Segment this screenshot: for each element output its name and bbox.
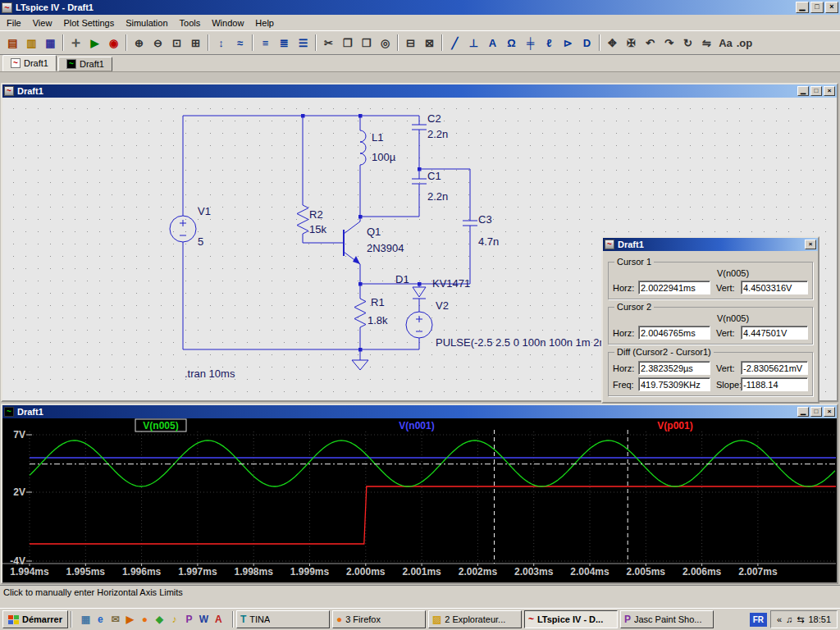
component-q1[interactable] — [344, 221, 360, 264]
cursor2-vert-input[interactable] — [741, 326, 808, 340]
q1-value[interactable]: 2N3904 — [367, 242, 404, 254]
net-label-button[interactable]: A — [483, 33, 502, 52]
menu-help[interactable]: Help — [249, 16, 280, 30]
waveform-window-titlebar[interactable]: ~ Draft1 ▁□× — [2, 405, 837, 418]
maximize-button[interactable]: □ — [810, 86, 822, 96]
y-axis-label[interactable]: 7V — [13, 429, 25, 441]
x-axis-label[interactable]: 1.998ms — [235, 566, 274, 578]
messenger-icon[interactable]: ◆ — [153, 612, 167, 627]
waveform-plot[interactable]: 1.994ms1.995ms1.996ms1.997ms1.998ms1.999… — [2, 418, 837, 582]
capacitor-button[interactable]: ╪ — [521, 33, 540, 52]
task-firefox-group-button[interactable]: ●3 Firefox — [332, 610, 426, 628]
legend-vn005[interactable]: V(n005) — [143, 420, 178, 431]
zoom-full-extents-button[interactable]: ⊞ — [186, 33, 205, 52]
menu-view[interactable]: View — [27, 16, 58, 30]
legend-vp001[interactable]: V(p001) — [657, 420, 692, 431]
open-file-button[interactable]: ▥ — [22, 33, 41, 52]
c2-value[interactable]: 2.2n — [427, 128, 448, 140]
word-icon[interactable]: W — [197, 612, 211, 627]
copy-button[interactable]: ❐ — [338, 33, 357, 52]
cursor-readout-window[interactable]: ~ Draft1 × Cursor 1 V(n005) Horz: Vert: … — [601, 236, 819, 404]
component-c3[interactable] — [463, 221, 477, 226]
plot-settings-button[interactable]: ≈ — [231, 33, 249, 52]
v2-value[interactable]: PULSE(-2.5 2.5 0 100n 100n 1m 2m 10 — [436, 336, 623, 349]
maximize-button[interactable]: □ — [810, 407, 822, 417]
trace-vp001[interactable] — [30, 486, 836, 544]
new-schematic-button[interactable]: ▤ — [3, 33, 22, 52]
l1-value[interactable]: 100µ — [372, 151, 396, 163]
resistor-button[interactable]: Ω — [502, 33, 521, 52]
d1-value[interactable]: KV1471 — [432, 277, 470, 290]
c3-name[interactable]: C3 — [478, 213, 492, 226]
v2-name[interactable]: V2 — [436, 299, 449, 312]
inductor-button[interactable]: ℓ — [540, 33, 559, 52]
x-axis-label[interactable]: 2.006ms — [682, 566, 722, 578]
component-r2[interactable] — [297, 203, 308, 237]
halt-simulation-button[interactable]: ◉ — [104, 33, 123, 52]
print-button[interactable]: ⊟ — [401, 33, 420, 52]
close-button[interactable]: × — [824, 86, 835, 96]
task-ltspice-button[interactable]: ~LTspice IV - D... — [524, 610, 618, 628]
x-axis-label[interactable]: 1.995ms — [66, 566, 106, 578]
y-axis-label[interactable]: -4V — [10, 555, 25, 567]
tab-waveform-draft1[interactable]: ~Draft1 — [58, 57, 112, 71]
component-c2[interactable] — [412, 125, 427, 130]
c3-value[interactable]: 4.7n — [478, 235, 499, 248]
taskbar-clock[interactable]: 18:51 — [808, 614, 831, 624]
x-axis-label[interactable]: 2.001ms — [402, 566, 441, 578]
x-axis-label[interactable]: 1.999ms — [290, 566, 330, 578]
close-button[interactable]: × — [805, 240, 816, 249]
network-icon[interactable]: ⇆ — [797, 614, 804, 625]
close-button[interactable]: × — [824, 407, 835, 417]
acrobat-icon[interactable]: A — [212, 612, 226, 627]
diff-slope-input[interactable] — [741, 377, 808, 391]
component-v1[interactable] — [170, 216, 196, 242]
x-axis-label[interactable]: 1.997ms — [178, 566, 217, 578]
ground-symbol[interactable] — [352, 349, 368, 370]
redo-button[interactable]: ↷ — [660, 33, 678, 52]
task-paint-shop-button[interactable]: PJasc Paint Sho... — [620, 610, 714, 628]
v1-name[interactable]: V1 — [198, 205, 211, 217]
close-button[interactable]: × — [825, 2, 838, 13]
mail-icon[interactable]: ✉ — [108, 612, 122, 627]
cut-button[interactable]: ✂ — [319, 33, 338, 52]
zoom-in-button[interactable]: ⊕ — [130, 33, 148, 52]
maximize-button[interactable]: □ — [810, 2, 824, 13]
cursor2-horz-input[interactable] — [638, 326, 710, 340]
l1-name[interactable]: L1 — [372, 131, 383, 144]
paint-shop-icon[interactable]: P — [182, 612, 196, 627]
move-button[interactable]: ✥ — [603, 33, 622, 52]
x-axis-label[interactable]: 2.005ms — [627, 566, 666, 578]
drag-button[interactable]: ✠ — [622, 33, 641, 52]
ground-button[interactable]: ⊥ — [464, 33, 483, 52]
r1-value[interactable]: 1.8k — [368, 314, 388, 326]
wire-button[interactable]: ╱ — [445, 33, 464, 52]
zoom-to-rect-button[interactable]: ⊡ — [167, 33, 186, 52]
autorange-y-axis-button[interactable]: ↕ — [212, 33, 231, 52]
diff-vert-input[interactable] — [741, 361, 808, 375]
mirror-button[interactable]: ⇋ — [697, 33, 716, 52]
r1-name[interactable]: R1 — [371, 296, 385, 308]
y-axis-label[interactable]: 2V — [13, 486, 25, 498]
menu-file[interactable]: File — [1, 16, 27, 30]
start-button[interactable]: Démarrer — [2, 610, 68, 628]
menu-tools[interactable]: Tools — [174, 16, 207, 30]
minimize-button[interactable]: ▁ — [796, 2, 809, 13]
x-axis-label[interactable]: 2.000ms — [346, 566, 386, 578]
winamp-icon[interactable]: ♪ — [167, 612, 181, 627]
component-button[interactable]: D — [578, 33, 596, 52]
waveform-window[interactable]: ~ Draft1 ▁□× 1.994ms1.995ms1.996ms1.997m… — [1, 404, 838, 584]
undo-button[interactable]: ↶ — [641, 33, 660, 52]
run-simulation-button[interactable]: ▶ — [85, 33, 104, 52]
component-l1[interactable] — [360, 130, 366, 165]
q1-name[interactable]: Q1 — [367, 226, 381, 238]
x-axis-label[interactable]: 2.004ms — [570, 566, 609, 578]
d1-name[interactable]: D1 — [395, 273, 409, 285]
expanded-netlist-button[interactable]: ☰ — [294, 33, 313, 52]
schematic-window-titlebar[interactable]: ~ Draft1 ▁□× — [2, 84, 837, 98]
component-c1[interactable] — [412, 179, 427, 184]
cursor1-vert-input[interactable] — [741, 281, 808, 294]
component-v2[interactable] — [406, 312, 432, 338]
trace-vn005[interactable] — [30, 441, 835, 486]
show-desktop-icon[interactable]: ▦ — [79, 612, 93, 627]
